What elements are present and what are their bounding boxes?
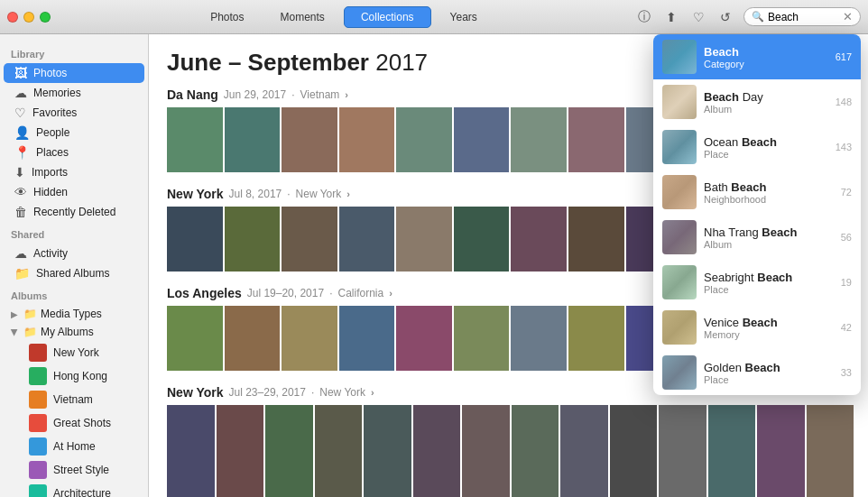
sidebar-item-people[interactable]: 👤 People bbox=[4, 123, 144, 143]
dropdown-item-venice-beach-memory[interactable]: Venice Beach Memory 42 bbox=[653, 305, 861, 350]
photo-cell[interactable] bbox=[282, 306, 337, 371]
sidebar-item-favorites[interactable]: ♡ Favorites bbox=[4, 103, 144, 123]
my-albums-row[interactable]: ▶ 📁 My Albums bbox=[4, 323, 144, 341]
shared-albums-icon: 📁 bbox=[14, 266, 30, 281]
album-item-new-york[interactable]: New York bbox=[4, 341, 144, 364]
photo-cell[interactable] bbox=[568, 107, 624, 172]
photo-cell[interactable] bbox=[610, 405, 658, 497]
minimize-button[interactable] bbox=[23, 12, 34, 23]
media-types-row[interactable]: ▶ 📁 Media Types bbox=[4, 305, 144, 323]
photo-cell[interactable] bbox=[225, 207, 281, 272]
sidebar-label-imports: Imports bbox=[32, 166, 68, 179]
dropdown-item-golden-beach-place[interactable]: Golden Beach Place 33 bbox=[653, 350, 861, 395]
tab-years[interactable]: Years bbox=[433, 6, 494, 28]
photo-cell[interactable] bbox=[339, 107, 395, 172]
dropdown-subtitle-golden-beach-place: Place bbox=[704, 374, 834, 385]
photo-cell[interactable] bbox=[265, 405, 313, 497]
arrow-danang[interactable]: › bbox=[345, 89, 348, 100]
arrow-ny2[interactable]: › bbox=[371, 387, 374, 398]
album-item-great-shots[interactable]: Great Shots bbox=[4, 411, 144, 435]
photo-cell[interactable] bbox=[396, 107, 452, 172]
photo-cell[interactable] bbox=[659, 405, 706, 497]
photo-cell[interactable] bbox=[167, 107, 223, 172]
photo-cell[interactable] bbox=[511, 207, 567, 272]
dropdown-item-beach-category[interactable]: Beach Category 617 bbox=[653, 34, 861, 79]
photo-cell[interactable] bbox=[339, 306, 395, 371]
photo-cell[interactable] bbox=[807, 405, 854, 497]
photo-cell[interactable] bbox=[560, 405, 608, 497]
info-icon[interactable]: ⓘ bbox=[633, 6, 655, 28]
photo-cell[interactable] bbox=[339, 207, 395, 272]
dropdown-item-seabright-beach-place[interactable]: Seabright Beach Place 19 bbox=[653, 260, 861, 305]
photo-cell[interactable] bbox=[167, 207, 223, 272]
tab-collections[interactable]: Collections bbox=[344, 6, 431, 28]
photo-cell[interactable] bbox=[315, 405, 363, 497]
photo-cell[interactable] bbox=[364, 405, 411, 497]
photo-cell[interactable] bbox=[511, 107, 567, 172]
photo-cell[interactable] bbox=[454, 207, 510, 272]
rotate-icon[interactable]: ↺ bbox=[715, 6, 736, 28]
my-albums-disclosure-icon: ▶ bbox=[10, 328, 20, 336]
my-albums-label: My Albums bbox=[41, 326, 94, 338]
dropdown-item-ocean-beach-place[interactable]: Ocean Beach Place 143 bbox=[653, 124, 861, 170]
toolbar-icons: ⓘ ⬆ ♡ ↺ bbox=[633, 6, 736, 28]
dropdown-item-nha-trang-beach-album[interactable]: Nha Trang Beach Album 56 bbox=[653, 215, 861, 260]
dropdown-count-golden-beach-place: 33 bbox=[841, 367, 852, 378]
dropdown-info-beach-category: Beach Category bbox=[704, 45, 828, 69]
dropdown-subtitle-seabright-beach-place: Place bbox=[704, 284, 834, 295]
photo-cell[interactable] bbox=[454, 306, 510, 371]
photo-cell[interactable] bbox=[225, 107, 281, 172]
dropdown-item-bath-beach-neighborhood[interactable]: Bath Beach Neighborhood 72 bbox=[653, 170, 861, 215]
album-item-street-style[interactable]: Street Style bbox=[4, 458, 144, 482]
album-item-vietnam[interactable]: Vietnam bbox=[4, 388, 144, 411]
photo-cell[interactable] bbox=[282, 107, 337, 172]
sidebar-item-shared-albums[interactable]: 📁 Shared Albums bbox=[4, 263, 144, 283]
places-icon: 📍 bbox=[14, 145, 30, 160]
photo-cell[interactable] bbox=[568, 207, 624, 272]
photo-cell[interactable] bbox=[225, 306, 281, 371]
search-clear-icon[interactable]: ✕ bbox=[843, 10, 853, 23]
album-item-hong-kong[interactable]: Hong Kong bbox=[4, 364, 144, 388]
arrow-la[interactable]: › bbox=[389, 288, 392, 299]
sidebar-item-memories[interactable]: ☁ Memories bbox=[4, 83, 144, 103]
dropdown-item-beach-day-album[interactable]: Beach Day Album 148 bbox=[653, 79, 861, 124]
album-thumb-new-york bbox=[29, 344, 47, 362]
photo-cell[interactable] bbox=[708, 405, 756, 497]
photo-cell[interactable] bbox=[217, 405, 264, 497]
sidebar-item-places[interactable]: 📍 Places bbox=[4, 143, 144, 162]
dropdown-thumb-golden-beach-place bbox=[662, 355, 697, 390]
photo-cell[interactable] bbox=[568, 306, 624, 371]
photo-cell[interactable] bbox=[413, 405, 461, 497]
sidebar-label-recently-deleted: Recently Deleted bbox=[33, 206, 115, 218]
photo-cell[interactable] bbox=[282, 207, 337, 272]
album-item-architecture[interactable]: Architecture bbox=[4, 482, 144, 497]
search-input[interactable] bbox=[768, 11, 839, 23]
photo-cell[interactable] bbox=[167, 405, 215, 497]
tab-photos[interactable]: Photos bbox=[193, 6, 261, 28]
album-label-great-shots: Great Shots bbox=[53, 417, 111, 429]
sidebar-item-activity[interactable]: ☁ Activity bbox=[4, 244, 144, 263]
tab-moments[interactable]: Moments bbox=[263, 6, 342, 28]
heart-icon[interactable]: ♡ bbox=[688, 6, 709, 28]
photo-cell[interactable] bbox=[396, 306, 452, 371]
photo-cell[interactable] bbox=[167, 306, 223, 371]
dropdown-count-beach-day-album: 148 bbox=[836, 97, 852, 107]
maximize-button[interactable] bbox=[40, 12, 51, 23]
sidebar-item-imports[interactable]: ⬇ Imports bbox=[4, 162, 144, 182]
photo-cell[interactable] bbox=[462, 405, 510, 497]
photo-cell[interactable] bbox=[396, 207, 452, 272]
sidebar-label-photos: Photos bbox=[33, 67, 67, 79]
photo-cell[interactable] bbox=[511, 306, 567, 371]
photo-cell[interactable] bbox=[454, 107, 510, 172]
album-item-at-home[interactable]: At Home bbox=[4, 435, 144, 458]
album-thumb-architecture bbox=[29, 484, 47, 497]
arrow-ny1[interactable]: › bbox=[346, 189, 350, 199]
sep-la: · bbox=[329, 287, 332, 299]
sidebar-item-hidden[interactable]: 👁 Hidden bbox=[4, 182, 144, 202]
share-icon[interactable]: ⬆ bbox=[660, 6, 682, 28]
sidebar-item-recently-deleted[interactable]: 🗑 Recently Deleted bbox=[4, 202, 144, 222]
photo-cell[interactable] bbox=[512, 405, 559, 497]
sidebar-item-photos[interactable]: 🖼 Photos bbox=[4, 63, 144, 83]
photo-cell[interactable] bbox=[757, 405, 805, 497]
close-button[interactable] bbox=[7, 12, 18, 23]
